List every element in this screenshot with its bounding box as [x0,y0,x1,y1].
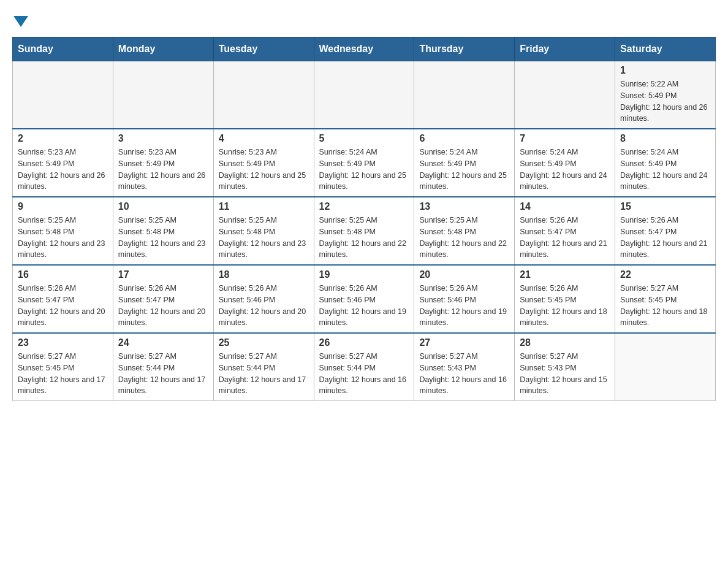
day-info: Sunrise: 5:26 AMSunset: 5:47 PMDaylight:… [520,215,610,261]
calendar-day-cell: 17Sunrise: 5:26 AMSunset: 5:47 PMDayligh… [113,265,213,333]
calendar-day-cell: 15Sunrise: 5:26 AMSunset: 5:47 PMDayligh… [615,197,716,265]
calendar-header-row: SundayMondayTuesdayWednesdayThursdayFrid… [13,37,716,61]
day-number: 18 [219,269,309,280]
logo-arrow-icon [13,16,28,27]
day-info: Sunrise: 5:26 AMSunset: 5:47 PMDaylight:… [118,283,208,329]
calendar-day-cell: 11Sunrise: 5:25 AMSunset: 5:48 PMDayligh… [213,197,314,265]
calendar-week-row: 9Sunrise: 5:25 AMSunset: 5:48 PMDaylight… [13,197,716,265]
day-number: 23 [18,337,108,348]
calendar-day-cell: 21Sunrise: 5:26 AMSunset: 5:45 PMDayligh… [515,265,615,333]
day-number: 26 [319,337,409,348]
page-header [12,12,716,27]
calendar-day-cell [13,61,113,129]
day-info: Sunrise: 5:24 AMSunset: 5:49 PMDaylight:… [520,147,610,193]
day-number: 22 [620,269,710,280]
calendar-day-cell: 24Sunrise: 5:27 AMSunset: 5:44 PMDayligh… [113,333,213,401]
day-number: 11 [219,201,309,212]
day-number: 17 [118,269,208,280]
day-info: Sunrise: 5:27 AMSunset: 5:44 PMDaylight:… [319,351,409,397]
day-info: Sunrise: 5:26 AMSunset: 5:46 PMDaylight:… [419,283,509,329]
column-header-sunday: Sunday [13,37,113,61]
day-number: 1 [620,65,710,76]
calendar-day-cell [515,61,615,129]
calendar-day-cell: 18Sunrise: 5:26 AMSunset: 5:46 PMDayligh… [213,265,314,333]
day-number: 15 [620,201,710,212]
day-number: 16 [18,269,108,280]
day-info: Sunrise: 5:27 AMSunset: 5:43 PMDaylight:… [520,351,610,397]
calendar-day-cell [113,61,213,129]
day-number: 6 [419,133,509,144]
calendar-week-row: 23Sunrise: 5:27 AMSunset: 5:45 PMDayligh… [13,333,716,401]
column-header-monday: Monday [113,37,213,61]
day-info: Sunrise: 5:25 AMSunset: 5:48 PMDaylight:… [419,215,509,261]
day-info: Sunrise: 5:27 AMSunset: 5:45 PMDaylight:… [620,283,710,329]
day-number: 20 [419,269,509,280]
day-info: Sunrise: 5:23 AMSunset: 5:49 PMDaylight:… [118,147,208,193]
day-info: Sunrise: 5:25 AMSunset: 5:48 PMDaylight:… [219,215,309,261]
day-info: Sunrise: 5:26 AMSunset: 5:47 PMDaylight:… [620,215,710,261]
calendar-day-cell: 14Sunrise: 5:26 AMSunset: 5:47 PMDayligh… [515,197,615,265]
day-number: 19 [319,269,409,280]
calendar-day-cell: 12Sunrise: 5:25 AMSunset: 5:48 PMDayligh… [314,197,414,265]
day-info: Sunrise: 5:24 AMSunset: 5:49 PMDaylight:… [319,147,409,193]
day-info: Sunrise: 5:27 AMSunset: 5:43 PMDaylight:… [419,351,509,397]
day-number: 5 [319,133,409,144]
day-info: Sunrise: 5:25 AMSunset: 5:48 PMDaylight:… [319,215,409,261]
column-header-saturday: Saturday [615,37,716,61]
day-number: 2 [18,133,108,144]
calendar-day-cell: 19Sunrise: 5:26 AMSunset: 5:46 PMDayligh… [314,265,414,333]
day-number: 24 [118,337,208,348]
calendar-day-cell: 28Sunrise: 5:27 AMSunset: 5:43 PMDayligh… [515,333,615,401]
calendar-day-cell: 25Sunrise: 5:27 AMSunset: 5:44 PMDayligh… [213,333,314,401]
calendar-day-cell: 5Sunrise: 5:24 AMSunset: 5:49 PMDaylight… [314,129,414,197]
day-info: Sunrise: 5:23 AMSunset: 5:49 PMDaylight:… [219,147,309,193]
calendar-day-cell [615,333,716,401]
day-number: 25 [219,337,309,348]
day-info: Sunrise: 5:26 AMSunset: 5:46 PMDaylight:… [319,283,409,329]
calendar-day-cell: 3Sunrise: 5:23 AMSunset: 5:49 PMDaylight… [113,129,213,197]
calendar-day-cell: 13Sunrise: 5:25 AMSunset: 5:48 PMDayligh… [414,197,515,265]
day-number: 9 [18,201,108,212]
day-number: 3 [118,133,208,144]
calendar-day-cell: 23Sunrise: 5:27 AMSunset: 5:45 PMDayligh… [13,333,113,401]
day-number: 14 [520,201,610,212]
calendar-week-row: 16Sunrise: 5:26 AMSunset: 5:47 PMDayligh… [13,265,716,333]
calendar-table: SundayMondayTuesdayWednesdayThursdayFrid… [12,37,716,401]
day-info: Sunrise: 5:26 AMSunset: 5:45 PMDaylight:… [520,283,610,329]
day-info: Sunrise: 5:26 AMSunset: 5:47 PMDaylight:… [18,283,108,329]
day-info: Sunrise: 5:27 AMSunset: 5:45 PMDaylight:… [18,351,108,397]
day-number: 28 [520,337,610,348]
calendar-day-cell: 2Sunrise: 5:23 AMSunset: 5:49 PMDaylight… [13,129,113,197]
calendar-day-cell: 7Sunrise: 5:24 AMSunset: 5:49 PMDaylight… [515,129,615,197]
day-number: 13 [419,201,509,212]
day-number: 10 [118,201,208,212]
calendar-day-cell: 8Sunrise: 5:24 AMSunset: 5:49 PMDaylight… [615,129,716,197]
calendar-day-cell: 9Sunrise: 5:25 AMSunset: 5:48 PMDaylight… [13,197,113,265]
day-number: 12 [319,201,409,212]
day-number: 21 [520,269,610,280]
day-info: Sunrise: 5:22 AMSunset: 5:49 PMDaylight:… [620,79,710,124]
day-info: Sunrise: 5:23 AMSunset: 5:49 PMDaylight:… [18,147,108,193]
day-info: Sunrise: 5:27 AMSunset: 5:44 PMDaylight:… [219,351,309,397]
day-info: Sunrise: 5:25 AMSunset: 5:48 PMDaylight:… [18,215,108,261]
column-header-thursday: Thursday [414,37,515,61]
calendar-day-cell: 26Sunrise: 5:27 AMSunset: 5:44 PMDayligh… [314,333,414,401]
day-info: Sunrise: 5:27 AMSunset: 5:44 PMDaylight:… [118,351,208,397]
calendar-day-cell: 27Sunrise: 5:27 AMSunset: 5:43 PMDayligh… [414,333,515,401]
calendar-day-cell: 16Sunrise: 5:26 AMSunset: 5:47 PMDayligh… [13,265,113,333]
calendar-day-cell [314,61,414,129]
calendar-day-cell: 6Sunrise: 5:24 AMSunset: 5:49 PMDaylight… [414,129,515,197]
day-info: Sunrise: 5:24 AMSunset: 5:49 PMDaylight:… [419,147,509,193]
calendar-day-cell: 1Sunrise: 5:22 AMSunset: 5:49 PMDaylight… [615,61,716,129]
calendar-day-cell: 20Sunrise: 5:26 AMSunset: 5:46 PMDayligh… [414,265,515,333]
day-info: Sunrise: 5:24 AMSunset: 5:49 PMDaylight:… [620,147,710,193]
day-info: Sunrise: 5:25 AMSunset: 5:48 PMDaylight:… [118,215,208,261]
day-number: 8 [620,133,710,144]
calendar-week-row: 1Sunrise: 5:22 AMSunset: 5:49 PMDaylight… [13,61,716,129]
calendar-day-cell: 10Sunrise: 5:25 AMSunset: 5:48 PMDayligh… [113,197,213,265]
logo [12,12,28,27]
calendar-week-row: 2Sunrise: 5:23 AMSunset: 5:49 PMDaylight… [13,129,716,197]
calendar-day-cell: 22Sunrise: 5:27 AMSunset: 5:45 PMDayligh… [615,265,716,333]
day-number: 27 [419,337,509,348]
calendar-day-cell: 4Sunrise: 5:23 AMSunset: 5:49 PMDaylight… [213,129,314,197]
